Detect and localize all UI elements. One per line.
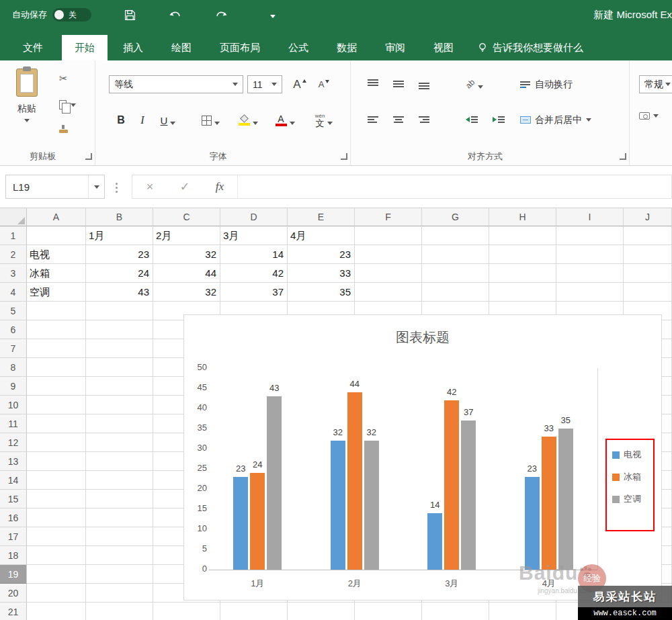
italic-button[interactable]: I <box>134 111 151 130</box>
increase-indent-button[interactable] <box>487 111 510 128</box>
cut-button[interactable]: ✂ <box>59 71 83 86</box>
column-header-E[interactable]: E <box>288 208 355 226</box>
align-left-button[interactable] <box>362 111 384 128</box>
cell-B5[interactable] <box>86 302 153 320</box>
align-top-button[interactable] <box>362 75 384 93</box>
cell-A2[interactable]: 电视 <box>27 245 86 264</box>
cell-B19[interactable] <box>86 565 153 584</box>
row-header-18[interactable]: 18 <box>0 546 27 565</box>
column-header-C[interactable]: C <box>153 208 220 226</box>
tab-view[interactable]: 视图 <box>421 35 466 60</box>
bar-电视-2月[interactable] <box>331 441 345 570</box>
alignment-dialog-launcher[interactable] <box>620 153 626 160</box>
decrease-font-button[interactable]: A <box>313 75 335 93</box>
save-button[interactable] <box>122 7 137 22</box>
cell-A8[interactable] <box>27 358 86 377</box>
bar-冰箱-3月[interactable] <box>444 400 459 570</box>
cell-A21[interactable] <box>27 603 86 620</box>
bar-空调-2月[interactable] <box>364 441 379 570</box>
cell-B6[interactable] <box>86 320 153 339</box>
cell-B7[interactable] <box>86 339 153 358</box>
cell-G3[interactable] <box>422 264 489 283</box>
bar-电视-3月[interactable] <box>427 513 442 570</box>
cell-G4[interactable] <box>422 283 489 302</box>
font-color-button[interactable]: A <box>270 111 300 130</box>
name-box-dropdown[interactable] <box>88 175 104 198</box>
cell-G21[interactable] <box>422 603 489 620</box>
cell-A18[interactable] <box>27 546 86 565</box>
align-center-button[interactable] <box>387 111 410 128</box>
row-header-2[interactable]: 2 <box>0 245 27 264</box>
cell-F21[interactable] <box>355 603 422 620</box>
tab-insert[interactable]: 插入 <box>110 35 156 60</box>
column-header-D[interactable]: D <box>220 208 288 226</box>
font-name-select[interactable]: 等线 <box>109 75 243 93</box>
cell-C3[interactable]: 44 <box>153 264 220 283</box>
cell-D3[interactable]: 42 <box>220 264 288 283</box>
cell-B20[interactable] <box>86 584 153 603</box>
cell-I4[interactable] <box>556 283 624 302</box>
bar-冰箱-1月[interactable] <box>250 473 265 570</box>
cell-A20[interactable] <box>27 584 86 603</box>
cell-H1[interactable] <box>489 226 556 245</box>
phonetic-button[interactable]: wén文 <box>309 111 339 130</box>
enter-button[interactable]: ✓ <box>167 179 202 194</box>
align-right-button[interactable] <box>413 111 435 128</box>
cell-B10[interactable] <box>86 396 153 414</box>
row-header-6[interactable]: 6 <box>0 320 27 339</box>
cell-A17[interactable] <box>27 527 86 546</box>
cell-A14[interactable] <box>27 471 86 490</box>
cell-B17[interactable] <box>86 527 153 546</box>
redo-button[interactable] <box>214 7 228 22</box>
cell-A19[interactable] <box>27 565 86 584</box>
cell-A4[interactable]: 空调 <box>27 283 86 302</box>
column-header-I[interactable]: I <box>556 208 624 226</box>
cell-H3[interactable] <box>489 264 556 283</box>
chart[interactable]: 图表标题051015202530354045501月2324432月324432… <box>183 314 662 601</box>
chart-title[interactable]: 图表标题 <box>184 328 661 347</box>
bar-空调-3月[interactable] <box>461 420 476 570</box>
merge-center-button[interactable]: 合并后居中 <box>520 111 591 129</box>
cell-B14[interactable] <box>86 471 153 490</box>
cell-E21[interactable] <box>288 603 355 620</box>
cell-D21[interactable] <box>220 603 288 620</box>
tab-review[interactable]: 审阅 <box>372 35 418 60</box>
row-header-20[interactable]: 20 <box>0 584 27 603</box>
row-header-1[interactable]: 1 <box>0 226 27 245</box>
cell-B16[interactable] <box>86 508 153 527</box>
cell-C1[interactable]: 2月 <box>153 226 220 245</box>
cell-I2[interactable] <box>556 245 624 264</box>
tab-home[interactable]: 开始 <box>62 35 108 60</box>
align-bottom-button[interactable] <box>413 75 435 93</box>
cell-B21[interactable] <box>86 603 153 620</box>
cell-D4[interactable]: 37 <box>220 283 288 302</box>
row-header-5[interactable]: 5 <box>0 302 27 320</box>
row-header-15[interactable]: 15 <box>0 490 27 508</box>
column-header-H[interactable]: H <box>489 208 556 226</box>
underline-button[interactable]: U <box>155 111 181 130</box>
formula-bar-handle[interactable] <box>116 183 118 185</box>
wrap-text-button[interactable]: 自动换行 <box>520 75 573 93</box>
cell-C21[interactable] <box>153 603 220 620</box>
increase-font-button[interactable]: A <box>289 75 310 93</box>
cell-B1[interactable]: 1月 <box>86 226 153 245</box>
format-painter-button[interactable] <box>59 124 83 138</box>
row-header-8[interactable]: 8 <box>0 358 27 377</box>
cell-A5[interactable] <box>27 302 86 320</box>
cell-H4[interactable] <box>489 283 556 302</box>
cell-E1[interactable]: 4月 <box>288 226 355 245</box>
number-format-select[interactable]: 常规 <box>639 75 672 93</box>
column-header-B[interactable]: B <box>86 208 153 226</box>
clipboard-dialog-launcher[interactable] <box>85 153 92 160</box>
cell-J1[interactable] <box>624 226 672 245</box>
copy-button[interactable] <box>59 97 83 112</box>
cell-A15[interactable] <box>27 490 86 508</box>
cell-B9[interactable] <box>86 377 153 396</box>
row-header-11[interactable]: 11 <box>0 414 27 433</box>
tell-me-box[interactable]: 告诉我你想要做什么 <box>477 35 583 60</box>
paste-button[interactable]: 粘贴 <box>7 66 47 146</box>
row-header-9[interactable]: 9 <box>0 377 27 396</box>
row-header-16[interactable]: 16 <box>0 508 27 527</box>
cell-A16[interactable] <box>27 508 86 527</box>
row-header-7[interactable]: 7 <box>0 339 27 358</box>
